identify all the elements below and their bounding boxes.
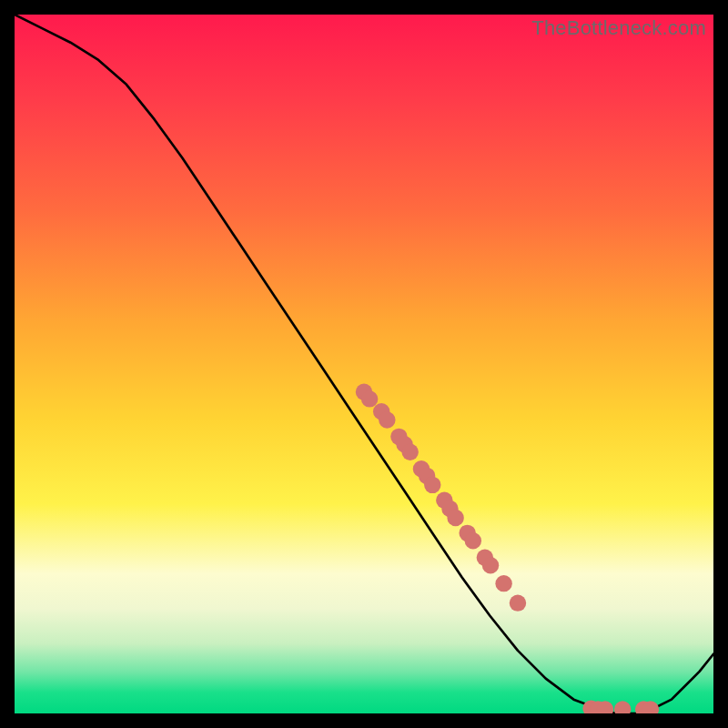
data-point (379, 411, 395, 428)
chart-svg (15, 15, 713, 713)
data-point (401, 444, 418, 460)
plot-area: TheBottleneck.com (15, 15, 713, 713)
data-point (510, 594, 526, 611)
data-point (482, 557, 499, 573)
data-point (495, 575, 511, 592)
data-point (424, 477, 440, 493)
data-point (614, 701, 631, 713)
chart-stage: TheBottleneck.com (0, 0, 728, 728)
curve-line (15, 15, 713, 713)
data-point (447, 510, 463, 526)
data-point (361, 390, 378, 407)
data-point (465, 532, 481, 549)
